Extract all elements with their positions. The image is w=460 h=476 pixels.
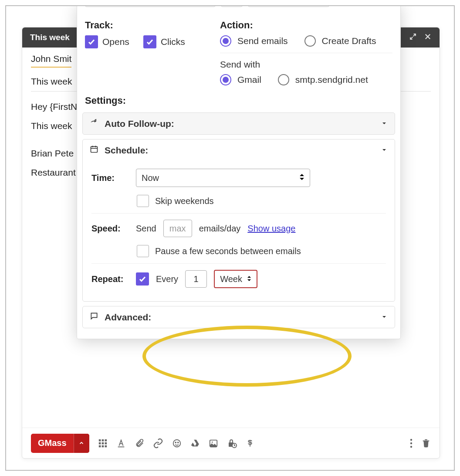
advanced-accordion[interactable]: Advanced: (82, 306, 395, 328)
skip-weekends-checkbox[interactable] (137, 195, 149, 207)
pause-row: Pause a few seconds between emails (91, 243, 386, 263)
svg-point-14 (175, 442, 176, 443)
chevron-down-icon (381, 312, 388, 323)
opens-checkbox[interactable] (85, 35, 98, 48)
repeat-every: Every (156, 274, 178, 284)
create-drafts-radio[interactable] (304, 35, 316, 47)
share-icon (90, 118, 98, 129)
settings-label: Settings: (77, 89, 400, 111)
more-icon[interactable] (410, 439, 413, 448)
speed-row: Speed: Send max emails/day Show usage (91, 213, 386, 243)
emoji-icon[interactable] (172, 439, 182, 448)
action-label: Action: (220, 20, 392, 31)
trash-icon[interactable] (421, 439, 431, 448)
image-icon[interactable] (209, 439, 218, 448)
svg-point-15 (177, 442, 178, 443)
dollar-icon[interactable] (246, 439, 254, 448)
send-with-label: Send with (220, 59, 392, 70)
send-emails-radio[interactable] (220, 35, 231, 47)
chevron-down-icon (381, 119, 388, 129)
schedule-accordion: Schedule: Time: Now Skip weekends (82, 139, 395, 302)
svg-rect-25 (91, 146, 98, 152)
sendgrid-radio[interactable] (278, 74, 289, 85)
track-column: Track: Opens Clicks (85, 20, 220, 85)
svg-point-13 (173, 439, 180, 447)
svg-rect-11 (105, 445, 107, 447)
track-label: Track: (85, 20, 220, 31)
pause-label: Pause a few seconds between emails (155, 246, 301, 256)
repeat-checkbox[interactable] (136, 272, 149, 286)
svg-rect-10 (101, 445, 104, 447)
unsubscribe-link-button[interactable]: Unsubscribe Link (248, 5, 329, 7)
svg-rect-6 (98, 442, 101, 444)
close-icon[interactable] (424, 33, 432, 43)
gmass-label: GMass (31, 434, 74, 453)
svg-rect-4 (101, 439, 104, 441)
opens-label: Opens (102, 37, 129, 47)
gmass-settings-panel: Select Field Unsubscribe Link Track: Ope… (77, 5, 401, 339)
updown-icon (299, 173, 304, 183)
compose-title: This week (30, 33, 70, 42)
action-column: Action: Send emails Create Drafts Send w… (220, 20, 392, 85)
recipient-chip[interactable]: John Smit (31, 54, 71, 68)
speed-placeholder: max (169, 224, 186, 234)
repeat-value: 1 (194, 274, 199, 284)
svg-rect-7 (101, 442, 104, 444)
svg-point-20 (410, 439, 412, 440)
repeat-unit-select[interactable]: Week (214, 270, 257, 288)
speed-label: Speed: (91, 224, 129, 234)
schedule-title: Schedule: (105, 145, 148, 156)
time-value: Now (142, 173, 159, 183)
create-drafts-label: Create Drafts (322, 36, 376, 46)
svg-point-17 (211, 441, 213, 442)
gmass-button[interactable]: GMass (31, 434, 89, 453)
svg-rect-3 (98, 439, 101, 441)
time-select[interactable]: Now (136, 169, 310, 187)
speed-suffix: emails/day (199, 224, 241, 234)
show-usage-link[interactable]: Show usage (247, 224, 295, 234)
gmass-dropdown-icon[interactable] (74, 434, 89, 453)
calendar-icon (90, 145, 98, 156)
gmail-radio[interactable] (220, 74, 231, 85)
speed-send: Send (136, 224, 156, 234)
attachment-icon[interactable] (135, 439, 144, 448)
svg-rect-5 (105, 439, 107, 441)
comment-icon (90, 312, 98, 323)
repeat-interval-input[interactable]: 1 (185, 270, 207, 288)
svg-point-22 (410, 445, 412, 447)
gmail-label: Gmail (237, 75, 261, 85)
pause-checkbox[interactable] (137, 245, 149, 257)
repeat-unit-value: Week (220, 274, 242, 284)
send-emails-label: Send emails (237, 36, 288, 46)
merge-field-select[interactable]: Select Field (85, 5, 216, 7)
panel-top-row: Select Field Unsubscribe Link (77, 5, 400, 13)
search-button[interactable] (221, 5, 243, 7)
text-format-icon[interactable] (116, 439, 126, 448)
auto-followup-title: Auto Follow-up: (105, 119, 174, 129)
auto-followup-accordion[interactable]: Auto Follow-up: (82, 112, 395, 135)
repeat-row: Repeat: Every 1 Week (91, 263, 386, 294)
svg-point-21 (410, 442, 412, 444)
sendgrid-label: smtp.sendgrid.net (295, 75, 368, 85)
advanced-title: Advanced: (105, 312, 151, 323)
time-row: Time: Now (91, 162, 386, 193)
repeat-label: Repeat: (91, 274, 129, 284)
svg-rect-8 (105, 442, 107, 444)
drive-icon[interactable] (190, 439, 200, 448)
maximize-icon[interactable] (409, 33, 417, 43)
schedule-header[interactable]: Schedule: (83, 139, 395, 161)
lock-clock-icon[interactable] (227, 438, 237, 449)
chevron-down-icon (381, 145, 388, 156)
link-icon[interactable] (153, 438, 163, 449)
clicks-checkbox[interactable] (143, 35, 156, 48)
skip-weekends-label: Skip weekends (155, 196, 214, 206)
grid-icon[interactable] (98, 439, 108, 448)
clicks-label: Clicks (161, 37, 185, 47)
updown-icon (247, 274, 251, 284)
skip-weekends-row: Skip weekends (91, 193, 386, 213)
compose-toolbar: GMass (22, 428, 440, 458)
time-label: Time: (91, 173, 129, 183)
speed-input[interactable]: max (163, 220, 192, 237)
svg-rect-9 (98, 445, 101, 447)
